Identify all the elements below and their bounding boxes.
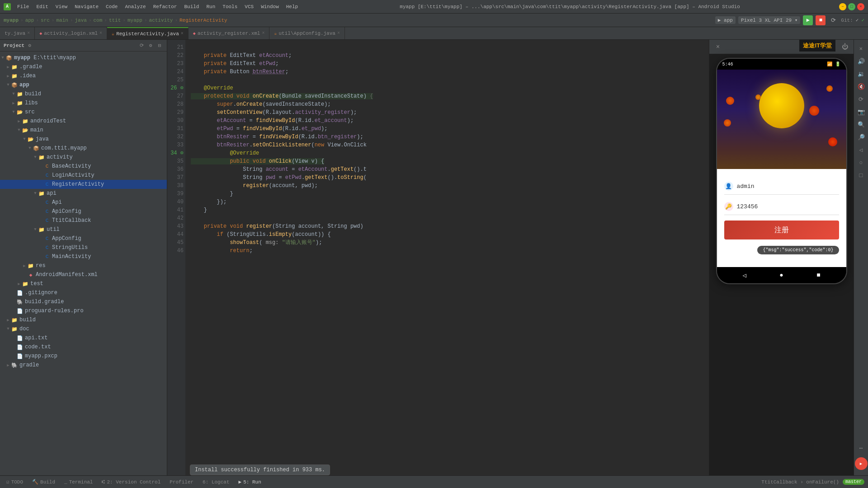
tree-item-api-folder[interactable]: ▼ 📁 api [0, 189, 167, 198]
tree-item-gradle[interactable]: ▶ 📁 .gradle [0, 62, 167, 71]
password-field[interactable]: 🔑 123456 [724, 198, 839, 215]
username-field[interactable]: 👤 admin [724, 178, 839, 195]
tab-login-xml[interactable]: ◆ activity_login.xml × [35, 27, 107, 39]
device-name[interactable]: Pixel 3 XL API 29 ▾ [738, 16, 800, 24]
tree-item-res[interactable]: ▶ 📁 res [0, 261, 167, 270]
tree-item-test[interactable]: ▶ 📁 test [0, 279, 167, 288]
ctrl-mute[interactable]: 🔇 [856, 81, 867, 92]
tree-item-code-txt[interactable]: 📄 code.txt [0, 343, 167, 352]
panel-icon-collapse[interactable]: ⊟ [156, 42, 163, 49]
bottom-tab-todo[interactable]: ☑ TODO [4, 478, 26, 486]
tab-register-xml[interactable]: ◆ activity_register.xml × [189, 27, 270, 39]
recents-button[interactable]: ■ [816, 272, 820, 279]
tree-item-gradle-root[interactable]: ▶ 🐘 gradle [0, 361, 167, 370]
tree-item-libs[interactable]: ▶ 📁 libs [0, 99, 167, 108]
ctrl-volume-down[interactable]: 🔉 [856, 69, 867, 80]
ctrl-zoom-in[interactable]: 🔍 [856, 119, 867, 130]
menu-edit[interactable]: Edit [33, 3, 51, 10]
back-button[interactable]: ◁ [742, 272, 746, 279]
tab-appconfig[interactable]: ☕ util\AppConfig.java × [269, 27, 344, 39]
tree-item-myapp-pxcp[interactable]: 📄 myapp.pxcp [0, 352, 167, 361]
tree-item-idea[interactable]: ▶ 📁 .idea [0, 71, 167, 80]
tab-register-activity[interactable]: ☕ RegisterActivity.java × [107, 27, 189, 39]
sync-button[interactable]: ⟳ [828, 15, 838, 25]
bottom-tab-build[interactable]: 🔨 Build [29, 478, 58, 486]
ctrl-close[interactable]: × [856, 43, 867, 54]
menu-code[interactable]: Code [103, 3, 120, 10]
menu-help[interactable]: Help [283, 3, 301, 10]
tab-ty-java[interactable]: ty.java × [0, 27, 35, 39]
emulator-power-btn[interactable]: ⏻ [840, 42, 850, 52]
menu-build[interactable]: Build [181, 3, 202, 10]
tree-item-registeractivity[interactable]: C RegisterActivity [0, 180, 167, 189]
csdn-btn[interactable]: ▶ [855, 457, 868, 470]
tree-item-package[interactable]: ▼ 📦 com.ttit.myapp [0, 144, 167, 153]
tree-item-ttitcallback[interactable]: C TtitCallback [0, 216, 167, 225]
bottom-tab-run[interactable]: ▶ 5: Run [236, 478, 264, 486]
tree-item-androidtest[interactable]: ▶ 📁 androidTest [0, 117, 167, 126]
ctrl-more[interactable]: ⋯ [856, 443, 867, 454]
tree-item-myapp[interactable]: ▼ 📦 myapp E:\ttit\myapp [0, 53, 167, 62]
tree-item-manifest[interactable]: ◆ AndroidManifest.xml [0, 270, 167, 279]
tree-item-stringutils[interactable]: C StringUtils [0, 243, 167, 252]
bottom-tab-logcat[interactable]: 6: Logcat [200, 479, 232, 486]
tree-item-gitignore[interactable]: 📄 .gitignore [0, 288, 167, 297]
tab-close-icon[interactable]: × [262, 31, 264, 36]
tree-item-apiconfig[interactable]: C ApiConfig [0, 207, 167, 216]
tree-item-build-root[interactable]: ▶ 📁 build [0, 315, 167, 324]
menu-analyze[interactable]: Analyze [122, 3, 148, 10]
ctrl-volume-up[interactable]: 🔊 [856, 56, 867, 67]
ctrl-square[interactable]: □ [856, 170, 867, 181]
minimize-button[interactable]: − [839, 3, 846, 10]
home-button[interactable]: ● [779, 272, 783, 279]
project-name[interactable]: myapp [4, 18, 19, 23]
tree-item-util-folder[interactable]: ▼ 📁 util [0, 225, 167, 234]
menu-tools[interactable]: Tools [220, 3, 240, 10]
tree-item-build-app[interactable]: ▼ 📁 build [0, 89, 167, 99]
menu-navigate[interactable]: Navigate [72, 3, 101, 10]
menu-refactor[interactable]: Refactor [151, 3, 180, 10]
ctrl-home[interactable]: ○ [856, 157, 867, 168]
tree-item-src[interactable]: ▼ 📂 src [0, 108, 167, 117]
tab-close-icon[interactable]: × [337, 31, 340, 36]
tree-item-proguard[interactable]: 📄 proguard-rules.pro [0, 306, 167, 315]
tab-close-icon[interactable]: × [99, 31, 102, 36]
ctrl-screenshot[interactable]: 📷 [856, 107, 867, 117]
tab-close-icon[interactable]: × [181, 31, 184, 36]
tree-item-doc[interactable]: ▼ 📁 doc [0, 324, 167, 333]
panel-icon-sync[interactable]: ⟳ [138, 42, 145, 49]
menu-window[interactable]: Window [258, 3, 282, 10]
close-button[interactable]: × [857, 3, 864, 10]
tree-item-appconfig[interactable]: C AppConfig [0, 234, 167, 243]
ctrl-zoom-out[interactable]: 🔎 [856, 132, 867, 143]
tree-item-java[interactable]: ▼ 📂 java [0, 135, 167, 144]
menu-run[interactable]: Run [203, 3, 218, 10]
git-status-badge[interactable]: master [843, 479, 864, 485]
tree-item-api[interactable]: C Api [0, 198, 167, 207]
tree-item-loginactivity[interactable]: C LoginActivity [0, 171, 167, 180]
bottom-tab-terminal[interactable]: _ Terminal [61, 479, 95, 486]
bottom-tab-vcs[interactable]: ⑆ 2: Version Control [99, 479, 163, 486]
maximize-button[interactable]: □ [848, 3, 855, 10]
bottom-tab-profiler[interactable]: Profiler [167, 479, 196, 486]
stop-button[interactable]: ■ [816, 15, 826, 25]
ctrl-back[interactable]: ◁ [856, 145, 867, 155]
tree-item-activity-folder[interactable]: ▼ 📁 activity [0, 153, 167, 162]
run-button[interactable]: ▶ [803, 15, 813, 25]
tree-item-baseactivity[interactable]: C BaseActivity [0, 162, 167, 171]
register-button[interactable]: 注册 [724, 221, 839, 239]
tab-close-icon[interactable]: × [27, 31, 30, 36]
menu-view[interactable]: View [53, 3, 70, 10]
ctrl-rotate[interactable]: ⟳ [856, 94, 867, 105]
tree-item-buildgradle[interactable]: 🐘 build.gradle [0, 297, 167, 306]
emulator-close-btn[interactable]: × [713, 42, 723, 52]
device-selector[interactable]: ▶ app [715, 16, 736, 24]
menu-vcs[interactable]: VCS [242, 3, 256, 10]
menu-file[interactable]: File [14, 3, 32, 10]
tree-item-mainactivity[interactable]: C MainActivity [0, 252, 167, 261]
tree-item-app[interactable]: ▼ 📦 app [0, 80, 167, 89]
panel-icon-settings[interactable]: ⚙ [147, 42, 154, 49]
tree-item-main[interactable]: ▼ 📂 main [0, 126, 167, 135]
tree-item-api-txt[interactable]: 📄 api.txt [0, 333, 167, 343]
code-editor[interactable]: 21 22 23 24 25 26 ⊙ 27 28 29 30 31 32 33… [167, 40, 709, 475]
